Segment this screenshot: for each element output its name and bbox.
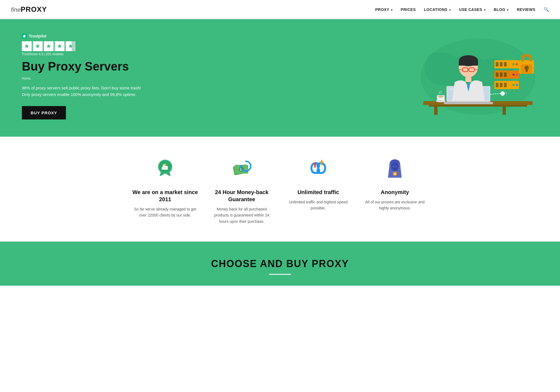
- feature-moneyback: $ 24 Hour Money-back Guarantee Money bac…: [203, 153, 280, 224]
- nav-item-blog[interactable]: BLOG ▾: [494, 7, 509, 12]
- svg-rect-28: [500, 62, 503, 66]
- svg-rect-41: [504, 83, 507, 87]
- star-3: ★: [44, 41, 54, 51]
- logo-fine: fine: [11, 6, 21, 13]
- svg-point-15: [436, 100, 446, 102]
- hero-content: Trustpilot ★ ★ ★ ★ ★ TrustScore 4.3 | 20…: [22, 34, 148, 119]
- nav-item-prices[interactable]: PRICES: [401, 7, 416, 12]
- feature-moneyback-desc: Money back for all purchased products is…: [209, 206, 275, 224]
- features-section: We are on a market since 2011 So far we'…: [0, 137, 560, 242]
- breadcrumb: Home: [22, 77, 148, 80]
- navbar: fine PROXY PROXY ▾ PRICES LOCATIONS ▾ US…: [0, 0, 560, 19]
- svg-point-31: [516, 63, 518, 65]
- chevron-down-icon-uc: ▾: [484, 8, 486, 11]
- feature-anonymity: ★ Anonymity All of our proxies are exclu…: [357, 153, 433, 224]
- nav-link-locations[interactable]: LOCATIONS ▾: [424, 7, 451, 12]
- logo-proxy: PROXY: [21, 5, 47, 14]
- trustpilot-logo-icon: [22, 34, 27, 39]
- money-icon-wrap: $: [209, 153, 275, 183]
- svg-rect-47: [526, 69, 528, 72]
- svg-marker-65: [320, 159, 323, 163]
- svg-rect-27: [496, 62, 498, 66]
- feature-anonymity-title: Anonymity: [362, 189, 428, 196]
- trustpilot-bar: Trustpilot: [22, 34, 148, 39]
- chevron-down-icon-loc: ▾: [449, 8, 451, 11]
- svg-rect-18: [459, 61, 478, 66]
- feature-anonymity-desc: All of our proxies are exclusive and hig…: [362, 199, 428, 211]
- svg-point-42: [512, 84, 515, 86]
- trust-score-text: TrustScore 4.3 | 201 reviews: [22, 52, 148, 56]
- svg-point-30: [512, 63, 515, 65]
- hero-illustration: [401, 33, 538, 120]
- logo[interactable]: fine PROXY: [11, 5, 47, 14]
- svg-rect-4: [429, 105, 527, 107]
- star-4: ★: [55, 41, 65, 51]
- feature-traffic-desc: Unlimited traffic and highest speed poss…: [285, 199, 351, 211]
- buy-proxy-button[interactable]: BUY PROXY: [22, 106, 66, 119]
- star-5: ★: [66, 41, 75, 51]
- svg-rect-33: [496, 72, 498, 77]
- svg-rect-34: [500, 72, 503, 77]
- choose-divider: [269, 274, 291, 275]
- hero-svg: [401, 33, 538, 120]
- nav-link-proxy[interactable]: PROXY ▾: [375, 7, 392, 12]
- svg-rect-56: [162, 167, 163, 170]
- money-icon: $: [231, 157, 253, 179]
- choose-section: CHOOSE AND BUY PROXY: [0, 242, 560, 286]
- svg-text:★: ★: [394, 173, 396, 175]
- medal-icon: [154, 157, 176, 179]
- svg-rect-35: [504, 72, 507, 77]
- feature-market: We are on a market since 2011 So far we'…: [127, 153, 203, 224]
- chevron-down-icon: ▾: [391, 8, 393, 11]
- search-icon[interactable]: 🔍: [544, 7, 549, 12]
- star-1: ★: [22, 41, 32, 51]
- svg-rect-24: [465, 77, 471, 82]
- svg-rect-40: [500, 83, 503, 87]
- feature-market-title: We are on a market since 2011: [132, 189, 198, 203]
- star-2: ★: [33, 41, 43, 51]
- svg-rect-5: [434, 107, 438, 115]
- infinite-icon-wrap: [285, 153, 351, 183]
- feature-traffic-title: Unlimited traffic: [285, 189, 351, 196]
- nav-item-locations[interactable]: LOCATIONS ▾: [424, 7, 451, 12]
- medal-icon-wrap: [132, 153, 198, 183]
- nav-link-blog[interactable]: BLOG ▾: [494, 7, 509, 12]
- hero-section: Trustpilot ★ ★ ★ ★ ★ TrustScore 4.3 | 20…: [0, 19, 560, 137]
- nav-link-use-cases[interactable]: USE CASES ▾: [459, 7, 485, 12]
- svg-rect-54: [162, 166, 168, 170]
- nav-item-proxy[interactable]: PROXY ▾: [375, 7, 392, 12]
- stars-row: ★ ★ ★ ★ ★: [22, 41, 148, 51]
- anon-icon-wrap: ★: [362, 153, 428, 183]
- infinite-icon: [307, 157, 329, 179]
- nav-links: PROXY ▾ PRICES LOCATIONS ▾ USE CASES ▾ B…: [375, 7, 549, 12]
- nav-item-use-cases[interactable]: USE CASES ▾: [459, 7, 485, 12]
- hero-title: Buy Proxy Servers: [22, 60, 148, 73]
- svg-point-14: [438, 96, 444, 98]
- feature-traffic: Unlimited traffic Unlimited traffic and …: [280, 153, 357, 224]
- anonymity-icon: ★: [384, 157, 406, 179]
- chevron-down-icon-blog: ▾: [507, 8, 509, 11]
- svg-rect-29: [504, 62, 507, 66]
- nav-link-prices[interactable]: PRICES: [401, 7, 416, 12]
- svg-point-49: [500, 91, 505, 96]
- nav-search-icon[interactable]: 🔍: [544, 7, 549, 12]
- svg-point-70: [390, 159, 399, 167]
- nav-link-reviews[interactable]: REVIEWS: [517, 7, 535, 12]
- trustpilot-label: Trustpilot: [29, 34, 46, 38]
- svg-rect-6: [503, 107, 506, 115]
- feature-market-desc: So far we've already managed to get over…: [132, 206, 198, 218]
- svg-rect-10: [444, 102, 493, 104]
- feature-moneyback-title: 24 Hour Money-back Guarantee: [209, 189, 275, 203]
- svg-point-43: [516, 84, 518, 86]
- svg-rect-66: [321, 163, 322, 165]
- hero-description: 98% of proxy servers sell public proxy l…: [22, 85, 148, 98]
- svg-point-37: [516, 74, 518, 76]
- svg-point-36: [512, 74, 515, 76]
- svg-rect-64: [314, 165, 316, 168]
- choose-title: CHOOSE AND BUY PROXY: [11, 258, 549, 270]
- nav-item-reviews[interactable]: REVIEWS: [517, 7, 535, 12]
- svg-rect-39: [496, 83, 498, 87]
